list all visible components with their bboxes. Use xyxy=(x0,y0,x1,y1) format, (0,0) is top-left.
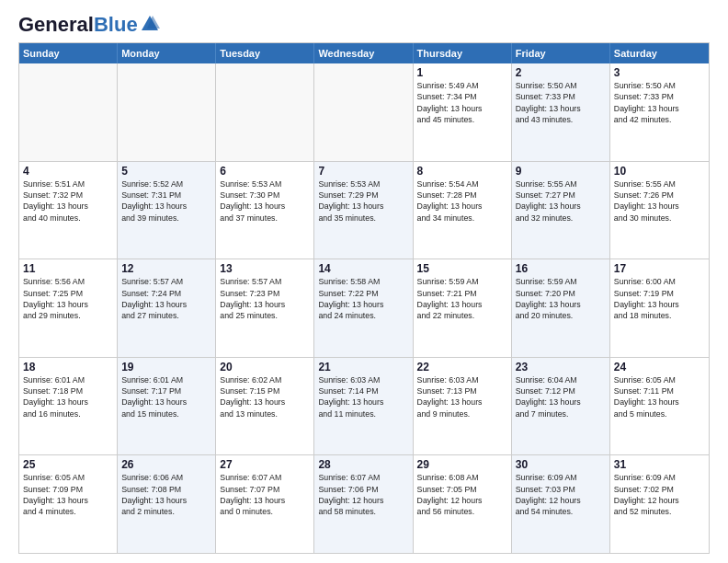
logo-icon xyxy=(140,14,160,34)
day-number: 1 xyxy=(417,66,507,79)
weekday-header-sunday: Sunday xyxy=(19,43,118,63)
day-cell-9: 9Sunrise: 5:55 AM Sunset: 7:27 PM Daylig… xyxy=(512,162,610,259)
day-info: Sunrise: 5:54 AM Sunset: 7:28 PM Dayligh… xyxy=(417,178,507,224)
calendar-row-1: 1Sunrise: 5:49 AM Sunset: 7:34 PM Daylig… xyxy=(19,63,709,161)
day-number: 16 xyxy=(516,262,606,275)
day-info: Sunrise: 5:53 AM Sunset: 7:30 PM Dayligh… xyxy=(220,178,310,224)
weekday-header-monday: Monday xyxy=(118,43,216,63)
calendar-row-3: 11Sunrise: 5:56 AM Sunset: 7:25 PM Dayli… xyxy=(19,259,709,357)
day-info: Sunrise: 6:01 AM Sunset: 7:17 PM Dayligh… xyxy=(121,374,211,419)
calendar-row-4: 18Sunrise: 6:01 AM Sunset: 7:18 PM Dayli… xyxy=(19,357,709,455)
day-cell-17: 17Sunrise: 6:00 AM Sunset: 7:19 PM Dayli… xyxy=(610,259,709,357)
day-number: 23 xyxy=(516,361,606,373)
day-cell-6: 6Sunrise: 5:53 AM Sunset: 7:30 PM Daylig… xyxy=(216,162,314,259)
day-cell-29: 29Sunrise: 6:08 AM Sunset: 7:05 PM Dayli… xyxy=(414,455,512,553)
day-info: Sunrise: 6:05 AM Sunset: 7:11 PM Dayligh… xyxy=(614,374,705,419)
day-number: 28 xyxy=(318,458,408,471)
day-info: Sunrise: 6:03 AM Sunset: 7:14 PM Dayligh… xyxy=(318,374,408,419)
weekday-header-thursday: Thursday xyxy=(414,43,512,63)
day-cell-22: 22Sunrise: 6:03 AM Sunset: 7:13 PM Dayli… xyxy=(414,358,512,455)
day-info: Sunrise: 6:04 AM Sunset: 7:12 PM Dayligh… xyxy=(516,374,606,419)
day-number: 8 xyxy=(417,165,507,178)
day-number: 31 xyxy=(614,458,705,471)
day-number: 18 xyxy=(23,361,113,373)
day-info: Sunrise: 5:56 AM Sunset: 7:25 PM Dayligh… xyxy=(23,276,113,321)
day-cell-12: 12Sunrise: 5:57 AM Sunset: 7:24 PM Dayli… xyxy=(118,259,216,357)
calendar-row-2: 4Sunrise: 5:51 AM Sunset: 7:32 PM Daylig… xyxy=(19,161,709,259)
day-info: Sunrise: 6:03 AM Sunset: 7:13 PM Dayligh… xyxy=(417,374,507,419)
day-info: Sunrise: 6:07 AM Sunset: 7:07 PM Dayligh… xyxy=(220,472,310,517)
day-info: Sunrise: 5:53 AM Sunset: 7:29 PM Dayligh… xyxy=(318,178,408,224)
day-cell-13: 13Sunrise: 5:57 AM Sunset: 7:23 PM Dayli… xyxy=(216,259,314,357)
calendar: SundayMondayTuesdayWednesdayThursdayFrid… xyxy=(18,42,710,554)
day-cell-31: 31Sunrise: 6:09 AM Sunset: 7:02 PM Dayli… xyxy=(610,455,709,553)
day-cell-1: 1Sunrise: 5:49 AM Sunset: 7:34 PM Daylig… xyxy=(414,63,512,161)
day-info: Sunrise: 6:05 AM Sunset: 7:09 PM Dayligh… xyxy=(23,472,113,517)
day-cell-28: 28Sunrise: 6:07 AM Sunset: 7:06 PM Dayli… xyxy=(314,455,413,553)
weekday-header-saturday: Saturday xyxy=(610,43,709,63)
day-number: 19 xyxy=(121,361,211,373)
day-info: Sunrise: 6:06 AM Sunset: 7:08 PM Dayligh… xyxy=(121,472,211,517)
empty-cell-0-0 xyxy=(19,63,118,161)
logo: GeneralBlue Blue xyxy=(18,15,160,35)
day-cell-10: 10Sunrise: 5:55 AM Sunset: 7:26 PM Dayli… xyxy=(610,162,709,259)
day-cell-26: 26Sunrise: 6:06 AM Sunset: 7:08 PM Dayli… xyxy=(118,455,216,553)
day-number: 27 xyxy=(220,458,310,471)
day-info: Sunrise: 5:55 AM Sunset: 7:26 PM Dayligh… xyxy=(614,178,705,224)
day-cell-2: 2Sunrise: 5:50 AM Sunset: 7:33 PM Daylig… xyxy=(512,63,610,161)
day-cell-7: 7Sunrise: 5:53 AM Sunset: 7:29 PM Daylig… xyxy=(314,162,413,259)
weekday-header-friday: Friday xyxy=(512,43,610,63)
day-number: 4 xyxy=(23,165,113,178)
day-info: Sunrise: 5:55 AM Sunset: 7:27 PM Dayligh… xyxy=(516,178,606,224)
empty-cell-0-3 xyxy=(314,63,413,161)
day-number: 3 xyxy=(614,66,705,79)
day-info: Sunrise: 5:58 AM Sunset: 7:22 PM Dayligh… xyxy=(318,276,408,321)
day-cell-15: 15Sunrise: 5:59 AM Sunset: 7:21 PM Dayli… xyxy=(414,259,512,357)
day-number: 21 xyxy=(318,361,408,373)
day-number: 30 xyxy=(516,458,606,471)
day-number: 24 xyxy=(614,361,705,373)
calendar-row-5: 25Sunrise: 6:05 AM Sunset: 7:09 PM Dayli… xyxy=(19,454,709,553)
weekday-header-tuesday: Tuesday xyxy=(216,43,314,63)
day-info: Sunrise: 5:59 AM Sunset: 7:21 PM Dayligh… xyxy=(417,276,507,321)
day-number: 11 xyxy=(23,262,113,275)
day-number: 7 xyxy=(318,165,408,178)
day-number: 2 xyxy=(516,66,606,79)
day-cell-5: 5Sunrise: 5:52 AM Sunset: 7:31 PM Daylig… xyxy=(118,162,216,259)
empty-cell-0-1 xyxy=(118,63,216,161)
day-cell-16: 16Sunrise: 5:59 AM Sunset: 7:20 PM Dayli… xyxy=(512,259,610,357)
day-info: Sunrise: 6:09 AM Sunset: 7:02 PM Dayligh… xyxy=(614,472,705,517)
day-cell-11: 11Sunrise: 5:56 AM Sunset: 7:25 PM Dayli… xyxy=(19,259,118,357)
day-number: 5 xyxy=(121,165,211,178)
day-info: Sunrise: 5:50 AM Sunset: 7:33 PM Dayligh… xyxy=(516,80,606,125)
day-number: 6 xyxy=(220,165,310,178)
day-cell-14: 14Sunrise: 5:58 AM Sunset: 7:22 PM Dayli… xyxy=(314,259,413,357)
day-info: Sunrise: 5:52 AM Sunset: 7:31 PM Dayligh… xyxy=(121,178,211,224)
day-number: 17 xyxy=(614,262,705,275)
day-number: 13 xyxy=(220,262,310,275)
empty-cell-0-2 xyxy=(216,63,314,161)
day-info: Sunrise: 5:51 AM Sunset: 7:32 PM Dayligh… xyxy=(23,178,113,224)
day-number: 22 xyxy=(417,361,507,373)
day-info: Sunrise: 6:09 AM Sunset: 7:03 PM Dayligh… xyxy=(516,472,606,517)
day-cell-18: 18Sunrise: 6:01 AM Sunset: 7:18 PM Dayli… xyxy=(19,358,118,455)
day-info: Sunrise: 5:59 AM Sunset: 7:20 PM Dayligh… xyxy=(516,276,606,321)
header: GeneralBlue Blue xyxy=(18,15,710,35)
page: GeneralBlue Blue SundayMondayTuesdayWedn… xyxy=(0,0,728,563)
day-info: Sunrise: 6:01 AM Sunset: 7:18 PM Dayligh… xyxy=(23,374,113,419)
day-info: Sunrise: 5:50 AM Sunset: 7:33 PM Dayligh… xyxy=(614,80,705,125)
day-cell-30: 30Sunrise: 6:09 AM Sunset: 7:03 PM Dayli… xyxy=(512,455,610,553)
day-cell-23: 23Sunrise: 6:04 AM Sunset: 7:12 PM Dayli… xyxy=(512,358,610,455)
day-cell-20: 20Sunrise: 6:02 AM Sunset: 7:15 PM Dayli… xyxy=(216,358,314,455)
day-cell-21: 21Sunrise: 6:03 AM Sunset: 7:14 PM Dayli… xyxy=(314,358,413,455)
day-info: Sunrise: 6:00 AM Sunset: 7:19 PM Dayligh… xyxy=(614,276,705,321)
day-number: 15 xyxy=(417,262,507,275)
day-cell-24: 24Sunrise: 6:05 AM Sunset: 7:11 PM Dayli… xyxy=(610,358,709,455)
day-cell-27: 27Sunrise: 6:07 AM Sunset: 7:07 PM Dayli… xyxy=(216,455,314,553)
day-info: Sunrise: 6:08 AM Sunset: 7:05 PM Dayligh… xyxy=(417,472,507,517)
day-number: 29 xyxy=(417,458,507,471)
day-number: 20 xyxy=(220,361,310,373)
calendar-body: 1Sunrise: 5:49 AM Sunset: 7:34 PM Daylig… xyxy=(19,63,709,553)
day-number: 12 xyxy=(121,262,211,275)
day-info: Sunrise: 6:02 AM Sunset: 7:15 PM Dayligh… xyxy=(220,374,310,419)
